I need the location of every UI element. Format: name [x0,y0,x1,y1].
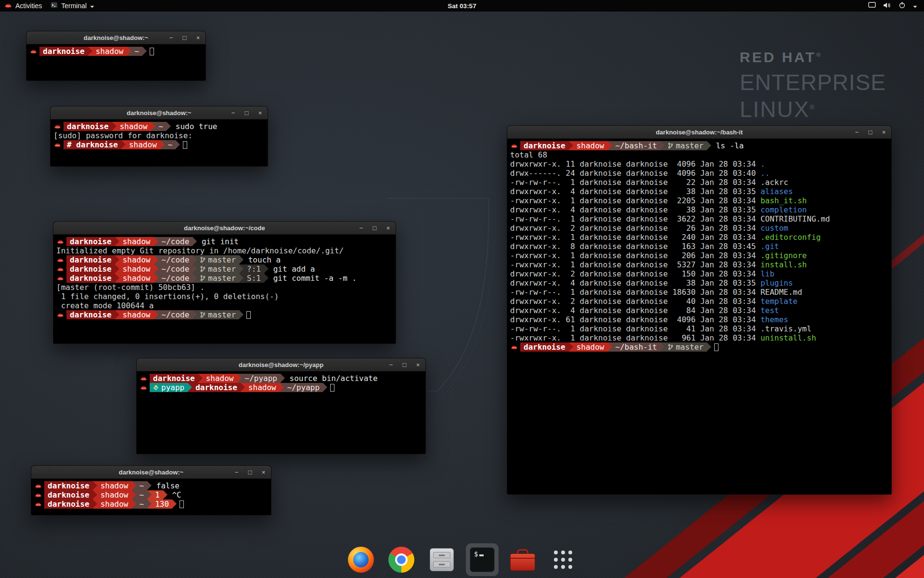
activities-button[interactable]: Activities [0,0,46,12]
file-name: template [760,297,797,306]
prompt-segment-host: shadow [119,237,154,246]
minimize-button[interactable]: − [854,129,860,135]
ls-columns: drwxrwxr-x. 11 darknoise darknoise 4096 … [510,159,760,169]
dock: $ [345,543,579,576]
powerline-separator [93,481,97,490]
terminal-window-code: darknoise@shadow:~/code − □ × darknoises… [53,221,396,344]
dock-toolbox[interactable] [506,543,539,576]
maximize-button[interactable]: □ [244,110,250,116]
close-button[interactable]: × [415,362,421,368]
prompt-segment-path: ~/code [158,255,193,264]
terminal-content[interactable]: darknoiseshadow~/bash-itmaster ls -latot… [507,139,891,494]
powerline-separator [115,310,119,319]
power-icon [898,1,906,10]
maximize-button[interactable]: □ [372,225,378,231]
window-titlebar[interactable]: darknoise@shadow:~ − □ × [31,466,271,479]
ls-columns: drwxrwxr-x. 4 darknoise darknoise 38 Jan… [510,187,760,196]
terminal-prompt-line: pyappdarknoiseshadow~/pyapp [140,383,425,392]
prompt-segment-gits: ?:1 [244,264,264,274]
command-text: ls -la [711,141,744,150]
minimize-button[interactable]: − [230,110,236,116]
terminal-output-line: drwxrwxr-x. 2 darknoise darknoise 150 Ja… [510,269,891,278]
dock-files[interactable] [425,543,458,576]
file-name: CONTRIBUTING.md [760,214,830,223]
window-titlebar[interactable]: darknoise@shadow:~/bash-it − □ × [507,126,891,139]
ls-columns: drwxrwxr-x. 4 darknoise darknoise 38 Jan… [510,278,760,288]
dock-firefox[interactable] [345,543,377,576]
redhat-icon [140,385,150,390]
prompt-segment-host: shadow [573,141,608,150]
window-titlebar[interactable]: darknoise@shadow:~ − □ × [26,31,205,44]
minimize-button[interactable]: − [358,225,364,231]
window-titlebar[interactable]: darknoise@shadow:~ − □ × [51,106,268,119]
terminal-output-line: -rwxrwxr-x. 1 darknoise darknoise 206 Ja… [510,251,891,260]
prompt-segment-user: darknoise [66,237,115,246]
maximize-button[interactable]: □ [867,129,873,135]
ls-columns: -rwxrwxr-x. 1 darknoise darknoise 961 Ja… [510,333,760,342]
dock-chrome[interactable] [385,543,418,576]
redhat-icon [56,239,66,244]
close-button[interactable]: × [257,110,263,116]
prompt-segment-git: master [665,342,707,352]
command-text: git init [197,237,239,246]
powerline-separator [188,383,192,392]
terminal-output-line: drwxrwxr-x. 4 darknoise darknoise 38 Jan… [510,278,891,288]
chrome-icon [388,547,414,573]
prompt-segment-user: darknoise [64,122,112,131]
terminal-content[interactable]: darknoiseshadow~ [26,44,205,80]
window-titlebar[interactable]: darknoise@shadow:~/pyapp − □ × [137,358,425,371]
terminal-output-line: -rwxrwxr-x. 1 darknoise darknoise 240 Ja… [510,233,891,242]
minimize-button[interactable]: − [233,469,240,475]
powerline-separator [147,499,152,509]
prompt-segment-path: ~/code [158,274,193,283]
terminal-content[interactable]: darknoiseshadow~/code git initInitialize… [53,235,396,343]
close-button[interactable]: × [881,129,887,135]
prompt-segment-host: shadow [116,122,151,131]
file-name: .ackrc [760,178,788,187]
clock[interactable]: Sat 03:57 [448,2,476,10]
terminal-cursor [714,343,719,351]
terminal-content[interactable]: darknoiseshadow~/pyapp source bin/activa… [137,371,425,454]
close-button[interactable]: × [260,469,267,475]
dock-terminal[interactable]: $ [466,543,499,576]
powerline-separator [115,237,119,246]
close-button[interactable]: × [385,225,391,231]
minimize-button[interactable]: − [388,362,394,368]
dock-app-grid[interactable] [547,543,579,576]
close-button[interactable]: × [195,35,201,41]
prompt-segment-git: master [197,310,239,319]
wordmark-linux: LINUX® [740,96,886,122]
terminal-output-line: drwxrwxr-x. 4 darknoise darknoise 38 Jan… [510,205,891,214]
wordmark-redhat: RED HAT® [740,49,886,66]
command-text: ^C [167,490,181,499]
prompt-segment-user: darknoise [44,481,93,490]
minimize-button[interactable]: − [168,35,174,41]
maximize-button[interactable]: □ [401,362,408,368]
powerline-separator [192,264,197,274]
system-status-area[interactable] [868,1,924,10]
terminal-content[interactable]: darknoiseshadow~ sudo true[sudo] passwor… [51,119,268,166]
terminal-window-home-2: darknoise@shadow:~ − □ × darknoiseshadow… [31,465,271,515]
powerline-separator [115,264,119,274]
prompt-segment-path: ~/code [158,264,193,274]
maximize-button[interactable]: □ [247,469,253,475]
prompt-segment-user: darknoise [66,310,115,319]
git-branch-icon [200,275,205,281]
powerline-separator [660,342,665,352]
chevron-down-icon [913,2,917,10]
prompt-segment-user: darknoise [520,141,569,150]
powerline-separator [160,140,165,149]
powerline-separator [239,264,244,274]
prompt-segment-host: shadow [119,274,154,283]
app-menu-terminal[interactable]: Terminal [46,0,99,12]
file-name: uninstall.sh [760,333,816,342]
terminal-content[interactable]: darknoiseshadow~ falsedarknoiseshadow~1 … [31,479,271,515]
maximize-button[interactable]: □ [181,35,188,41]
terminal-prompt-line: darknoiseshadow~/codemaster?:1 git add a [56,264,396,274]
command-text: git add a [269,264,315,274]
git-branch-icon [668,344,673,350]
powerline-separator [192,310,197,319]
powerline-separator [239,274,244,283]
terminal-prompt-line: darknoiseshadow~1 ^C [34,490,271,499]
window-titlebar[interactable]: darknoise@shadow:~/code − □ × [53,222,396,235]
